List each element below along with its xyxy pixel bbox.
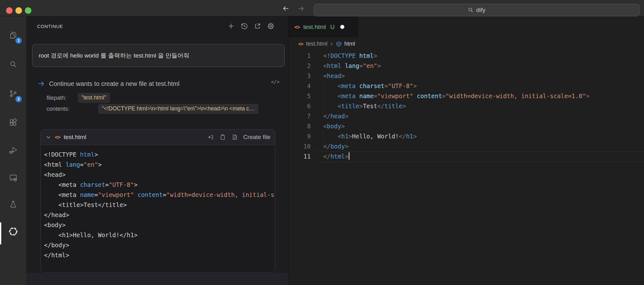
- tool-call-header: Continue wants to create a new file at t…: [38, 80, 180, 87]
- modified-dot-icon[interactable]: [340, 25, 344, 29]
- tool-param-filepath: filepath: "test.html": [47, 93, 110, 103]
- editor-line: 4 <meta charset="UTF-8">: [289, 81, 644, 91]
- line-number: 5: [289, 91, 311, 101]
- chevron-down-icon[interactable]: [45, 134, 52, 140]
- breadcrumb-separator: ›: [330, 40, 333, 47]
- breadcrumb-symbol[interactable]: html: [344, 41, 355, 47]
- line-number: 4: [289, 81, 311, 91]
- generated-code-card: <> test.html C: [41, 129, 275, 272]
- source-control-badge: 2: [15, 96, 22, 103]
- html-file-icon: <>: [294, 24, 299, 30]
- search-icon: [468, 7, 474, 13]
- sidebar-item-explorer[interactable]: 1: [6, 28, 21, 43]
- sidebar-item-run-debug[interactable]: [6, 142, 21, 158]
- editor-line: 2<html lang="en">: [289, 61, 644, 71]
- symbol-cube-icon: [336, 41, 342, 47]
- sidebar-item-search[interactable]: [6, 57, 21, 72]
- html-file-icon: <>: [55, 134, 60, 140]
- editor-line: 9 <h1>Hello, World!</h1>: [289, 131, 644, 141]
- sidebar-item-testing[interactable]: [6, 197, 21, 212]
- code-line: <title>Test</title>: [44, 200, 275, 210]
- line-number: 1: [289, 51, 311, 61]
- create-file-button[interactable]: Create file: [243, 134, 270, 141]
- tab-strip: <> test.html U: [289, 16, 644, 37]
- title-bar: dify: [0, 0, 644, 16]
- maximize-button[interactable]: [25, 7, 31, 14]
- explorer-badge: 1: [15, 37, 22, 44]
- search-icon: [9, 60, 18, 69]
- panel-bottom-area: [26, 273, 288, 285]
- close-button[interactable]: [6, 7, 13, 14]
- code-line: </body>: [44, 240, 275, 250]
- tool-call-title: Continue wants to create a new file at t…: [49, 80, 180, 87]
- insert-at-cursor-icon[interactable]: [207, 134, 214, 141]
- sidebar-item-continue[interactable]: [6, 224, 21, 239]
- editor-group: <> test.html U <> test.html › html 1<!DO…: [289, 16, 644, 285]
- editor-line: 10</body>: [289, 141, 644, 151]
- line-number: 2: [289, 61, 311, 71]
- text-cursor: [349, 152, 349, 160]
- run-debug-icon: [9, 146, 18, 154]
- arrow-right-icon: [38, 80, 45, 87]
- sidebar-item-extensions[interactable]: [6, 115, 21, 130]
- git-status-badge: U: [330, 24, 335, 31]
- code-line: <meta name="viewport" content="width=dev…: [44, 190, 275, 200]
- panel-code-lines: <!DOCTYPE html><html lang="en"><head> <m…: [44, 149, 275, 260]
- nav-back-icon[interactable]: [282, 4, 290, 13]
- code-card-body: <!DOCTYPE html><html lang="en"><head> <m…: [41, 145, 275, 272]
- line-number: 8: [289, 121, 311, 131]
- traffic-lights: [6, 7, 31, 14]
- tab-test-html[interactable]: <> test.html U: [289, 16, 358, 37]
- gear-icon[interactable]: [267, 22, 275, 30]
- line-number: 6: [289, 101, 311, 111]
- editor-line: 5 <meta name="viewport" content="width=d…: [289, 91, 644, 101]
- panel-header-actions: [227, 22, 275, 30]
- code-line: <html lang="en">: [44, 159, 275, 170]
- sidebar-item-source-control[interactable]: 2: [6, 86, 21, 101]
- code-line: <meta charset="UTF-8">: [44, 180, 275, 190]
- history-icon[interactable]: [241, 22, 248, 30]
- sidebar-item-remote-explorer[interactable]: [6, 170, 21, 185]
- code-line: <!DOCTYPE html>: [44, 149, 275, 159]
- tool-param-contents: contents: "<!DOCTYPE html>\n<html lang=\…: [47, 104, 258, 114]
- beaker-icon: [9, 200, 18, 209]
- copy-icon[interactable]: [219, 134, 226, 141]
- line-number: 10: [289, 141, 311, 151]
- editor-line: 11</html>: [289, 151, 644, 161]
- code-toggle-icon[interactable]: </>: [271, 79, 280, 85]
- breadcrumb: <> test.html › html: [289, 37, 644, 50]
- code-line: <h1>Hello, World!</h1>: [44, 230, 275, 240]
- line-number: 9: [289, 131, 311, 141]
- editor-line: 8<body>: [289, 121, 644, 131]
- active-view-indicator: [0, 222, 1, 244]
- extensions-icon: [9, 118, 18, 126]
- remote-explorer-icon: [9, 173, 18, 182]
- editor-line: 1<!DOCTYPE html>: [289, 51, 644, 61]
- user-prompt-message[interactable]: root 경로에 hello world 를 출력하는 test.html 을 …: [32, 44, 285, 67]
- editor-line: 7</head>: [289, 111, 644, 121]
- code-line: <head>: [44, 170, 275, 180]
- line-number: 3: [289, 71, 311, 81]
- search-query: dify: [476, 7, 486, 14]
- code-line: </head>: [44, 210, 275, 220]
- new-session-icon[interactable]: [227, 22, 235, 30]
- code-line: </html>: [44, 250, 275, 260]
- nav-forward-icon[interactable]: [297, 4, 305, 13]
- line-number: 11: [289, 151, 311, 161]
- breadcrumb-file[interactable]: test.html: [306, 41, 327, 47]
- continue-logo-icon: [8, 227, 18, 236]
- panel-title: CONTINUE: [37, 24, 63, 29]
- line-number: 7: [289, 111, 311, 121]
- new-file-icon[interactable]: [231, 134, 238, 141]
- minimize-button[interactable]: [15, 7, 22, 14]
- code-card-header: <> test.html C: [41, 130, 275, 145]
- command-center-search[interactable]: dify: [314, 4, 640, 16]
- editor-line: 3<head>: [289, 71, 644, 81]
- open-in-editor-icon[interactable]: [254, 22, 261, 30]
- code-editor[interactable]: 1<!DOCTYPE html>2<html lang="en">3<head>…: [289, 51, 644, 161]
- activity-bar: 1 2: [0, 16, 26, 285]
- continue-panel: CONTINUE root 경로에 hello world 를 출력하: [26, 16, 289, 285]
- filepath-value: "test.html": [78, 93, 110, 103]
- contents-value: "<!DOCTYPE html>\n<html lang=\"en\">\n<h…: [98, 104, 258, 114]
- code-card-filename: test.html: [64, 134, 86, 141]
